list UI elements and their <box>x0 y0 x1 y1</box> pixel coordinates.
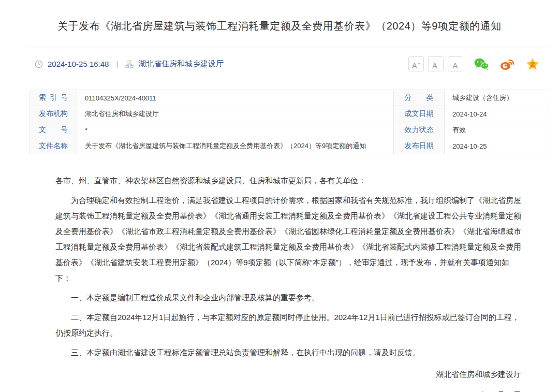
document-info-table: 索引号 01104325X/2024-40011 分类 城乡建设（含住房） 发布… <box>30 90 549 154</box>
article-page: 关于发布《湖北省房屋建筑与装饰工程消耗量定额及全费用基价表》（2024）等9项定… <box>0 18 559 392</box>
table-row: 索引号 01104325X/2024-40011 分类 城乡建设（含住房） <box>30 90 549 106</box>
issuing-agency-value: 湖北省住房和城乡建设厅 <box>77 106 394 122</box>
table-row: 文号 * 效力状态 有效 <box>30 122 549 138</box>
issuing-agency-label: 发布机构 <box>30 106 77 122</box>
meta-left: 2024-10-25 16:48 | 湖北省住房和城乡建设厅 <box>35 59 224 69</box>
signature-date: 2024年10月24日 <box>55 387 521 392</box>
validity-status-label: 效力状态 <box>394 122 445 138</box>
publish-datetime: 2024-10-25 16:48 <box>48 60 109 68</box>
wechat-share-icon[interactable] <box>474 57 489 71</box>
font-increase-button[interactable]: A+ <box>408 56 424 71</box>
index-number-value: 01104325X/2024-40011 <box>77 90 394 106</box>
clock-icon <box>35 60 43 68</box>
page-title: 关于发布《湖北省房屋建筑与装饰工程消耗量定额及全费用基价表》（2024）等9项定… <box>31 18 528 34</box>
article-body: 各市、州、直管市、神农架林区自然资源和城乡建设局、住房和城市更新局，各有关单位：… <box>55 173 521 392</box>
written-date-label: 成文日期 <box>394 106 445 122</box>
salutation: 各市、州、直管市、神农架林区自然资源和城乡建设局、住房和城市更新局，各有关单位： <box>55 173 521 188</box>
document-title-value: 关于发布《湖北省房屋建筑与装饰工程消耗量定额及全费用基价表》（2024）等9项定… <box>77 138 394 154</box>
category-label: 分类 <box>394 90 445 106</box>
table-row: 发布机构 湖北省住房和城乡建设厅 成文日期 2024-10-24 <box>30 106 549 122</box>
publish-date-value: 2024-10-25 <box>445 138 549 154</box>
index-number-label: 索引号 <box>30 90 77 106</box>
signature-agency: 湖北省住房和城乡建设厅 <box>55 367 521 382</box>
table-row: 文件名称 关于发布《湖北省房屋建筑与装饰工程消耗量定额及全费用基价表》（2024… <box>30 138 549 154</box>
meta-bar: 2024-10-25 16:48 | 湖北省住房和城乡建设厅 A+ A- A <box>26 48 550 80</box>
divider <box>26 80 550 80</box>
document-number-label: 文号 <box>30 122 77 138</box>
publish-date-label: 发布日期 <box>394 138 445 154</box>
qzone-share-icon[interactable] <box>525 57 540 71</box>
meta-separator: | <box>116 60 118 68</box>
paragraph-item-1: 一、本定额是编制工程造价成果文件和企业内部管理及核算的重要参考。 <box>55 290 521 306</box>
paragraph-item-2: 二、本定额自2024年12月1日起施行，与本定额对应的原定额同时停止使用。202… <box>55 310 521 341</box>
written-date-value: 2024-10-24 <box>445 106 549 122</box>
paragraph-item-3: 三、本定额由湖北省建设工程标准定额管理总站负责管理和解释，在执行中出现的问题，请… <box>55 345 521 360</box>
document-title-label: 文件名称 <box>30 138 77 154</box>
font-decrease-button[interactable]: A- <box>428 56 444 71</box>
source-agency-link[interactable]: 湖北省住房和城乡建设厅 <box>138 59 224 69</box>
category-value: 城乡建设（含住房） <box>445 90 549 106</box>
paragraph: 为合理确定和有效控制工程造价，满足我省建设工程项目的计价需求，根据国家和我省有关… <box>55 193 521 286</box>
organization-icon <box>125 60 134 68</box>
weibo-share-icon[interactable] <box>499 57 515 71</box>
document-number-value: * <box>77 122 394 138</box>
validity-status-value: 有效 <box>445 122 549 138</box>
font-default-button[interactable]: A <box>448 56 463 71</box>
meta-right: A+ A- A <box>404 56 540 71</box>
